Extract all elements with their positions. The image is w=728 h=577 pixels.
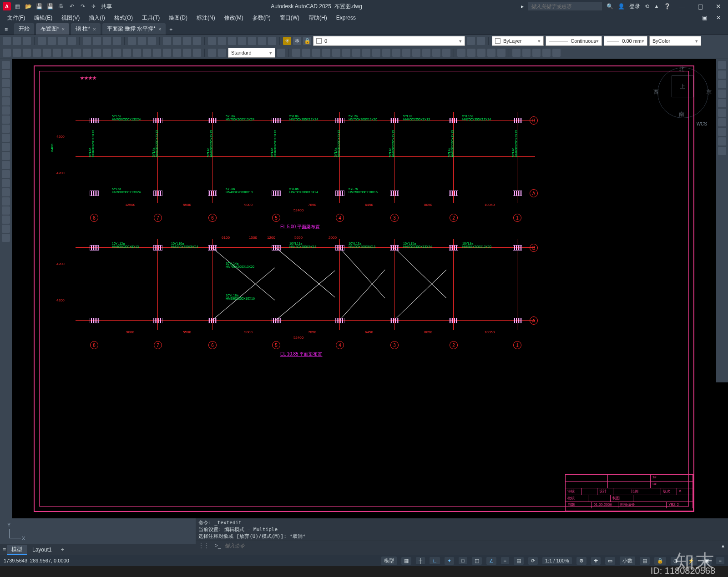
dimaligned-icon[interactable] [13,49,21,57]
tolerance-icon[interactable] [113,49,121,57]
menu-param[interactable]: 参数(P) [249,13,274,23]
transparency-toggle-icon[interactable]: ▤ [514,557,524,565]
file-tab-3[interactable]: 平面梁 垂撑 水平撑*× [102,23,166,35]
table-icon[interactable] [2,216,10,224]
pline-icon[interactable] [2,79,10,87]
workspace-icon[interactable]: ▭ [605,557,615,565]
addselected-icon[interactable] [2,234,10,242]
open-icon[interactable] [13,37,21,45]
recover-icon[interactable] [552,49,561,57]
textstylemgr-icon[interactable] [277,49,285,57]
arc-icon[interactable] [2,106,10,115]
designcenter-icon[interactable] [218,37,226,45]
pan-icon[interactable] [163,37,171,45]
dimordinate-icon[interactable] [33,49,41,57]
region2-icon[interactable] [2,206,10,215]
explode-icon[interactable] [442,49,450,57]
doc-close-button[interactable]: ✕ [713,14,724,22]
batchplot-icon[interactable] [68,37,76,45]
layout-menu-icon[interactable]: ≡ [3,547,6,553]
menu-modify[interactable]: 修改(M) [221,13,247,23]
units-readout[interactable]: 小数 [620,557,635,565]
app-menu-icon[interactable]: ≡ [0,25,12,35]
modelspace-toggle[interactable]: 模型 [381,557,397,565]
mleader-icon[interactable] [143,49,151,57]
properties-icon[interactable] [208,37,216,45]
mirror-icon[interactable] [312,49,320,57]
area-icon[interactable] [467,49,475,57]
region-icon[interactable] [477,49,485,57]
menu-edit[interactable]: 编辑(E) [30,13,56,23]
zoomext2-icon[interactable] [718,80,726,88]
makeblock-icon[interactable] [2,170,10,178]
quickprops-icon[interactable]: ▤ [640,557,650,565]
layerstate-icon[interactable]: ☀ [283,37,291,45]
revcloud-icon[interactable] [2,125,10,133]
annomon-toggle-icon[interactable]: ✚ [591,557,601,565]
menu-format[interactable]: 格式(O) [111,13,136,23]
qat-share-icon[interactable]: ✈ [90,3,97,10]
menu-express[interactable]: Express [333,14,359,22]
layertools-icon[interactable] [467,37,475,45]
join-icon[interactable] [412,49,420,57]
list-icon[interactable] [487,49,495,57]
3dosnap-toggle-icon[interactable]: ◫ [472,557,482,565]
paste-icon[interactable] [103,37,111,45]
copy2-icon[interactable] [302,49,310,57]
add-layout-button[interactable]: + [57,546,68,554]
group-icon[interactable] [512,49,521,57]
dimbreak-icon[interactable] [103,49,111,57]
stretch-icon[interactable] [372,49,380,57]
xline-icon[interactable] [2,70,10,78]
dimarc-icon[interactable] [23,49,31,57]
gradient-icon[interactable] [2,197,10,206]
nav3-icon[interactable] [718,137,726,146]
login-label[interactable]: 登录 [629,3,640,10]
dimspace-icon[interactable] [93,49,101,57]
nav2-icon[interactable] [718,128,726,136]
menu-window[interactable]: 窗口(W) [276,13,303,23]
block-icon[interactable] [128,37,136,45]
osnap-toggle-icon[interactable]: □ [459,557,467,564]
calc-icon[interactable] [258,37,266,45]
distance-icon[interactable] [457,49,465,57]
grid-toggle-icon[interactable]: ▦ [401,557,411,565]
rectangle-icon[interactable] [2,97,10,105]
sheetset-icon[interactable] [238,37,246,45]
id-icon[interactable] [497,49,506,57]
app-exchange-icon[interactable]: ⟲ [645,3,649,10]
file-tab-1[interactable]: 布置图*× [36,23,69,35]
audit-icon[interactable] [542,49,551,57]
extend-icon[interactable] [392,49,400,57]
dimlinear-icon[interactable] [3,49,11,57]
insertblock-icon[interactable] [2,161,10,169]
erase-icon[interactable] [292,49,300,57]
qat-undo-icon[interactable]: ↶ [68,3,76,10]
rotate-icon[interactable] [352,49,360,57]
leader-icon[interactable] [133,49,141,57]
doc-restore-button[interactable]: ▣ [698,14,711,22]
lwt-toggle-icon[interactable]: ≡ [501,557,509,564]
copy-icon[interactable] [93,37,101,45]
toolpalette-icon[interactable] [228,37,236,45]
hatch-icon[interactable] [2,188,10,196]
centermark-icon[interactable] [123,49,131,57]
maximize-button[interactable]: ▢ [693,3,707,10]
close-icon[interactable]: × [62,26,65,32]
fullnav-icon[interactable] [718,61,726,69]
publish-icon[interactable] [58,37,66,45]
command-icon[interactable] [268,37,276,45]
qat-save-icon[interactable]: 💾 [35,3,43,10]
qat-share-label[interactable]: 共享 [101,3,112,10]
dimcontinue-icon[interactable] [83,49,91,57]
otrack-toggle-icon[interactable]: ∠ [486,557,496,565]
command-input[interactable] [224,541,718,550]
drawing-area[interactable]: 北 南 西 东 上 WCS ★★★★ [0,59,728,518]
help-icon[interactable]: ❔ [664,3,671,10]
start-tab[interactable]: 开始 [14,23,34,35]
scale-icon[interactable] [362,49,370,57]
lineweight-dropdown[interactable]: 0.00 mm▾ [604,36,647,46]
doc-minimize-button[interactable]: — [684,14,697,22]
ortho-toggle-icon[interactable]: ∟ [430,557,440,564]
minimize-button[interactable]: — [675,3,689,10]
